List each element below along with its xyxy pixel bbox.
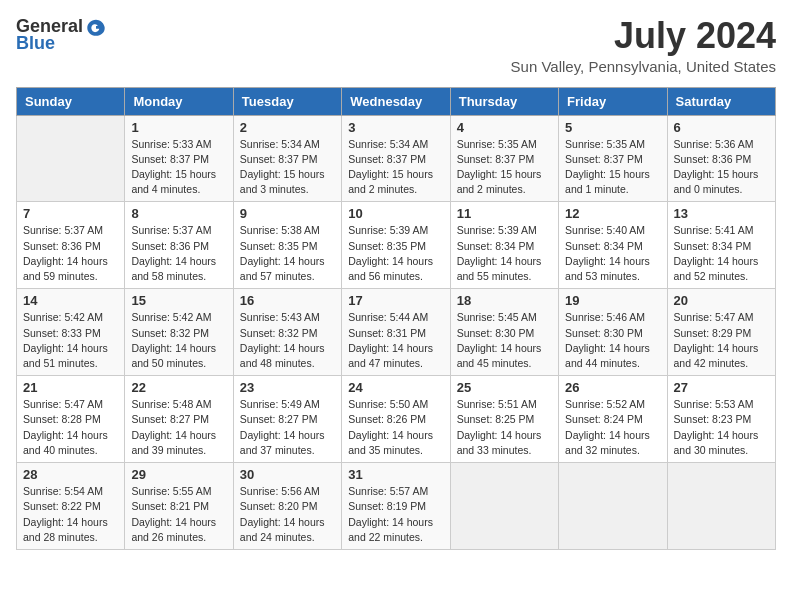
day-info: Sunrise: 5:51 AMSunset: 8:25 PMDaylight:… bbox=[457, 397, 552, 458]
day-info: Sunrise: 5:42 AMSunset: 8:32 PMDaylight:… bbox=[131, 310, 226, 371]
day-info: Sunrise: 5:42 AMSunset: 8:33 PMDaylight:… bbox=[23, 310, 118, 371]
day-number: 3 bbox=[348, 120, 443, 135]
day-number: 14 bbox=[23, 293, 118, 308]
header: General Blue July 2024 Sun Valley, Penns… bbox=[16, 16, 776, 75]
day-info: Sunrise: 5:40 AMSunset: 8:34 PMDaylight:… bbox=[565, 223, 660, 284]
calendar-cell: 31Sunrise: 5:57 AMSunset: 8:19 PMDayligh… bbox=[342, 463, 450, 550]
logo-blue: Blue bbox=[16, 34, 55, 54]
day-number: 12 bbox=[565, 206, 660, 221]
calendar-cell: 6Sunrise: 5:36 AMSunset: 8:36 PMDaylight… bbox=[667, 115, 775, 202]
day-number: 22 bbox=[131, 380, 226, 395]
day-info: Sunrise: 5:35 AMSunset: 8:37 PMDaylight:… bbox=[457, 137, 552, 198]
day-info: Sunrise: 5:56 AMSunset: 8:20 PMDaylight:… bbox=[240, 484, 335, 545]
calendar-cell: 11Sunrise: 5:39 AMSunset: 8:34 PMDayligh… bbox=[450, 202, 558, 289]
day-number: 30 bbox=[240, 467, 335, 482]
day-number: 28 bbox=[23, 467, 118, 482]
day-info: Sunrise: 5:57 AMSunset: 8:19 PMDaylight:… bbox=[348, 484, 443, 545]
day-number: 8 bbox=[131, 206, 226, 221]
day-number: 21 bbox=[23, 380, 118, 395]
week-row-5: 28Sunrise: 5:54 AMSunset: 8:22 PMDayligh… bbox=[17, 463, 776, 550]
day-info: Sunrise: 5:45 AMSunset: 8:30 PMDaylight:… bbox=[457, 310, 552, 371]
day-number: 26 bbox=[565, 380, 660, 395]
calendar-cell: 14Sunrise: 5:42 AMSunset: 8:33 PMDayligh… bbox=[17, 289, 125, 376]
day-info: Sunrise: 5:47 AMSunset: 8:28 PMDaylight:… bbox=[23, 397, 118, 458]
calendar-cell: 19Sunrise: 5:46 AMSunset: 8:30 PMDayligh… bbox=[559, 289, 667, 376]
day-info: Sunrise: 5:39 AMSunset: 8:34 PMDaylight:… bbox=[457, 223, 552, 284]
day-number: 19 bbox=[565, 293, 660, 308]
calendar-cell bbox=[17, 115, 125, 202]
day-number: 2 bbox=[240, 120, 335, 135]
day-number: 23 bbox=[240, 380, 335, 395]
location-subtitle: Sun Valley, Pennsylvania, United States bbox=[511, 58, 776, 75]
calendar-cell: 18Sunrise: 5:45 AMSunset: 8:30 PMDayligh… bbox=[450, 289, 558, 376]
day-number: 16 bbox=[240, 293, 335, 308]
day-info: Sunrise: 5:36 AMSunset: 8:36 PMDaylight:… bbox=[674, 137, 769, 198]
calendar-cell bbox=[667, 463, 775, 550]
day-number: 31 bbox=[348, 467, 443, 482]
header-day-wednesday: Wednesday bbox=[342, 87, 450, 115]
day-number: 7 bbox=[23, 206, 118, 221]
day-number: 11 bbox=[457, 206, 552, 221]
day-number: 27 bbox=[674, 380, 769, 395]
header-day-friday: Friday bbox=[559, 87, 667, 115]
day-number: 1 bbox=[131, 120, 226, 135]
day-info: Sunrise: 5:44 AMSunset: 8:31 PMDaylight:… bbox=[348, 310, 443, 371]
day-number: 18 bbox=[457, 293, 552, 308]
calendar-cell: 26Sunrise: 5:52 AMSunset: 8:24 PMDayligh… bbox=[559, 376, 667, 463]
day-info: Sunrise: 5:53 AMSunset: 8:23 PMDaylight:… bbox=[674, 397, 769, 458]
logo: General Blue bbox=[16, 16, 107, 54]
day-number: 9 bbox=[240, 206, 335, 221]
calendar-cell: 29Sunrise: 5:55 AMSunset: 8:21 PMDayligh… bbox=[125, 463, 233, 550]
header-day-saturday: Saturday bbox=[667, 87, 775, 115]
calendar-table: SundayMondayTuesdayWednesdayThursdayFrid… bbox=[16, 87, 776, 550]
calendar-cell: 1Sunrise: 5:33 AMSunset: 8:37 PMDaylight… bbox=[125, 115, 233, 202]
calendar-cell: 3Sunrise: 5:34 AMSunset: 8:37 PMDaylight… bbox=[342, 115, 450, 202]
calendar-cell: 5Sunrise: 5:35 AMSunset: 8:37 PMDaylight… bbox=[559, 115, 667, 202]
day-info: Sunrise: 5:49 AMSunset: 8:27 PMDaylight:… bbox=[240, 397, 335, 458]
calendar-cell: 13Sunrise: 5:41 AMSunset: 8:34 PMDayligh… bbox=[667, 202, 775, 289]
calendar-cell: 24Sunrise: 5:50 AMSunset: 8:26 PMDayligh… bbox=[342, 376, 450, 463]
header-row: SundayMondayTuesdayWednesdayThursdayFrid… bbox=[17, 87, 776, 115]
day-info: Sunrise: 5:47 AMSunset: 8:29 PMDaylight:… bbox=[674, 310, 769, 371]
calendar-cell: 10Sunrise: 5:39 AMSunset: 8:35 PMDayligh… bbox=[342, 202, 450, 289]
day-info: Sunrise: 5:52 AMSunset: 8:24 PMDaylight:… bbox=[565, 397, 660, 458]
week-row-3: 14Sunrise: 5:42 AMSunset: 8:33 PMDayligh… bbox=[17, 289, 776, 376]
day-info: Sunrise: 5:43 AMSunset: 8:32 PMDaylight:… bbox=[240, 310, 335, 371]
day-info: Sunrise: 5:35 AMSunset: 8:37 PMDaylight:… bbox=[565, 137, 660, 198]
day-info: Sunrise: 5:50 AMSunset: 8:26 PMDaylight:… bbox=[348, 397, 443, 458]
header-day-monday: Monday bbox=[125, 87, 233, 115]
day-number: 4 bbox=[457, 120, 552, 135]
calendar-cell: 2Sunrise: 5:34 AMSunset: 8:37 PMDaylight… bbox=[233, 115, 341, 202]
calendar-cell: 9Sunrise: 5:38 AMSunset: 8:35 PMDaylight… bbox=[233, 202, 341, 289]
day-info: Sunrise: 5:46 AMSunset: 8:30 PMDaylight:… bbox=[565, 310, 660, 371]
calendar-cell: 22Sunrise: 5:48 AMSunset: 8:27 PMDayligh… bbox=[125, 376, 233, 463]
day-number: 20 bbox=[674, 293, 769, 308]
day-number: 15 bbox=[131, 293, 226, 308]
calendar-cell: 12Sunrise: 5:40 AMSunset: 8:34 PMDayligh… bbox=[559, 202, 667, 289]
calendar-cell: 21Sunrise: 5:47 AMSunset: 8:28 PMDayligh… bbox=[17, 376, 125, 463]
day-number: 29 bbox=[131, 467, 226, 482]
week-row-1: 1Sunrise: 5:33 AMSunset: 8:37 PMDaylight… bbox=[17, 115, 776, 202]
calendar-cell: 30Sunrise: 5:56 AMSunset: 8:20 PMDayligh… bbox=[233, 463, 341, 550]
week-row-2: 7Sunrise: 5:37 AMSunset: 8:36 PMDaylight… bbox=[17, 202, 776, 289]
day-info: Sunrise: 5:55 AMSunset: 8:21 PMDaylight:… bbox=[131, 484, 226, 545]
day-number: 17 bbox=[348, 293, 443, 308]
title-area: July 2024 Sun Valley, Pennsylvania, Unit… bbox=[511, 16, 776, 75]
month-title: July 2024 bbox=[511, 16, 776, 56]
calendar-cell bbox=[450, 463, 558, 550]
calendar-cell: 16Sunrise: 5:43 AMSunset: 8:32 PMDayligh… bbox=[233, 289, 341, 376]
week-row-4: 21Sunrise: 5:47 AMSunset: 8:28 PMDayligh… bbox=[17, 376, 776, 463]
day-info: Sunrise: 5:48 AMSunset: 8:27 PMDaylight:… bbox=[131, 397, 226, 458]
calendar-cell: 4Sunrise: 5:35 AMSunset: 8:37 PMDaylight… bbox=[450, 115, 558, 202]
day-info: Sunrise: 5:54 AMSunset: 8:22 PMDaylight:… bbox=[23, 484, 118, 545]
day-info: Sunrise: 5:37 AMSunset: 8:36 PMDaylight:… bbox=[131, 223, 226, 284]
logo-icon bbox=[85, 16, 107, 38]
header-day-tuesday: Tuesday bbox=[233, 87, 341, 115]
calendar-cell: 25Sunrise: 5:51 AMSunset: 8:25 PMDayligh… bbox=[450, 376, 558, 463]
day-info: Sunrise: 5:37 AMSunset: 8:36 PMDaylight:… bbox=[23, 223, 118, 284]
day-info: Sunrise: 5:39 AMSunset: 8:35 PMDaylight:… bbox=[348, 223, 443, 284]
calendar-cell: 27Sunrise: 5:53 AMSunset: 8:23 PMDayligh… bbox=[667, 376, 775, 463]
header-day-thursday: Thursday bbox=[450, 87, 558, 115]
day-number: 6 bbox=[674, 120, 769, 135]
day-number: 13 bbox=[674, 206, 769, 221]
